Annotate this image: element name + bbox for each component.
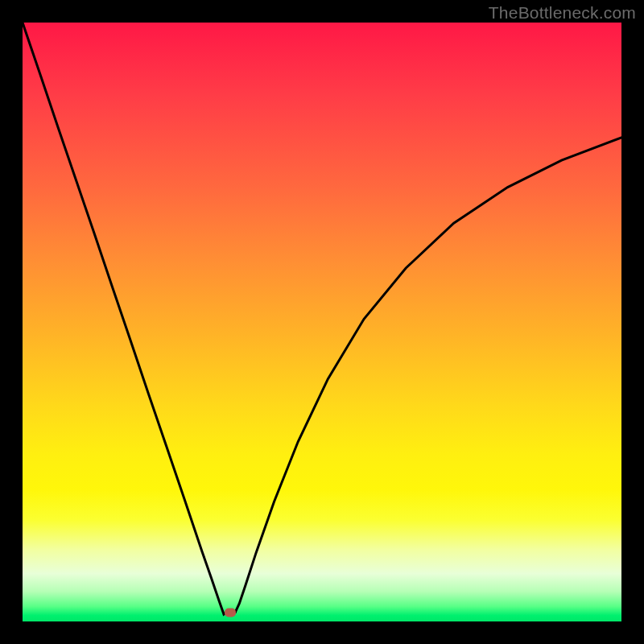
watermark-text: TheBottleneck.com — [489, 3, 636, 23]
plot-area — [23, 23, 621, 621]
bottleneck-curve — [23, 23, 621, 621]
curve-left-branch — [23, 23, 235, 614]
chart-frame: TheBottleneck.com — [0, 0, 644, 644]
curve-right-branch — [235, 138, 621, 613]
optimum-marker — [225, 608, 236, 617]
